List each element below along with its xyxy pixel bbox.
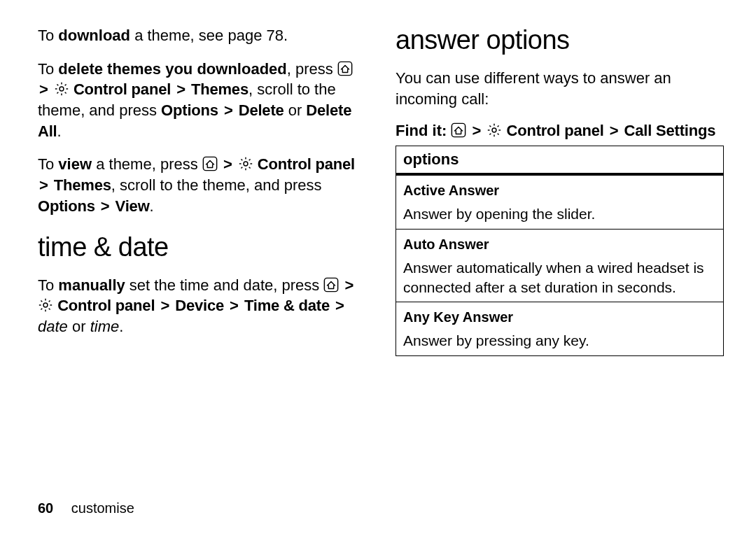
option-desc: Answer automatically when a wired headse… — [396, 255, 724, 302]
svg-point-5 — [43, 303, 48, 307]
text: set the time and date, press — [125, 276, 324, 294]
separator: > — [223, 101, 234, 119]
nav-path: Themes — [54, 176, 111, 194]
nav-path: Options — [38, 197, 95, 215]
options-table: options Active Answer Answer by opening … — [396, 146, 724, 355]
svg-rect-0 — [338, 62, 351, 75]
svg-point-3 — [244, 162, 248, 167]
text: a theme, press — [92, 155, 202, 173]
separator: > — [38, 80, 50, 98]
para-intro: You can use different ways to answer an … — [396, 68, 724, 109]
nav-path: Control panel — [506, 122, 603, 139]
italic-text: time — [90, 318, 120, 335]
text: . — [119, 318, 123, 335]
svg-point-7 — [492, 128, 496, 132]
gear-icon — [38, 297, 53, 313]
bold-text: manually — [58, 276, 125, 294]
nav-path: Delete — [239, 101, 284, 119]
home-icon — [202, 156, 218, 171]
gear-icon — [54, 81, 69, 97]
separator: > — [159, 297, 171, 314]
text: or — [68, 318, 90, 335]
text: . — [150, 197, 154, 215]
nav-path: Themes — [191, 80, 248, 98]
svg-point-1 — [59, 87, 64, 91]
bold-text: download — [58, 27, 130, 44]
separator: > — [175, 80, 187, 98]
nav-path: Device — [175, 297, 224, 314]
findit-label: Find it: — [396, 122, 447, 139]
gear-icon — [238, 156, 253, 171]
option-title: Any Key Answer — [396, 302, 724, 329]
options-header: options — [396, 146, 724, 175]
separator: > — [471, 122, 483, 139]
right-column: answer options You can use different way… — [396, 25, 724, 356]
heading-time-date: time & date — [38, 232, 366, 262]
text: To — [38, 276, 58, 294]
home-icon — [451, 122, 466, 138]
text: , press — [287, 60, 337, 78]
nav-path: View — [115, 197, 150, 215]
find-it-line: Find it: > Control panel > Call Settings — [396, 122, 724, 140]
separator: > — [99, 197, 111, 215]
option-desc: Answer by pressing any key. — [396, 328, 724, 355]
heading-answer-options: answer options — [396, 25, 724, 55]
separator: > — [222, 155, 234, 173]
footer-section: customise — [71, 500, 134, 516]
svg-rect-6 — [452, 124, 465, 137]
bold-text: view — [58, 155, 92, 173]
page-content: To download a theme, see page 78. To del… — [0, 0, 756, 384]
separator: > — [344, 276, 356, 294]
left-column: To download a theme, see page 78. To del… — [38, 25, 366, 356]
nav-path: Call Settings — [624, 122, 716, 139]
separator: > — [608, 122, 620, 139]
nav-path: Control panel — [74, 80, 171, 98]
home-icon — [323, 277, 339, 292]
text: . — [57, 122, 62, 140]
nav-path: Control panel — [258, 155, 355, 173]
text: To — [38, 60, 58, 78]
option-title: Active Answer — [396, 174, 724, 202]
separator: > — [38, 176, 50, 194]
text: , scroll to the theme, and press — [111, 176, 322, 194]
para-delete: To delete themes you downloaded, press >… — [38, 59, 366, 142]
page-footer: 60 customise — [38, 500, 134, 516]
nav-path: Control panel — [57, 297, 155, 314]
bold-text: delete themes you downloaded — [58, 60, 286, 78]
option-title: Auto Answer — [396, 229, 724, 255]
page-number: 60 — [38, 500, 53, 516]
separator: > — [334, 297, 346, 314]
para-download: To download a theme, see page 78. — [38, 25, 366, 46]
text: or — [284, 101, 307, 119]
italic-text: date — [38, 318, 68, 335]
gear-icon — [486, 122, 502, 138]
text: To — [38, 155, 58, 173]
para-view: To view a theme, press > Control panel >… — [38, 154, 366, 216]
svg-rect-2 — [203, 157, 216, 171]
text: To — [38, 27, 58, 44]
para-time-date: To manually set the time and date, press… — [38, 275, 366, 337]
svg-rect-4 — [325, 278, 338, 291]
separator: > — [228, 297, 240, 314]
option-desc: Answer by opening the slider. — [396, 202, 724, 229]
home-icon — [337, 61, 353, 76]
nav-path: Time & date — [244, 297, 330, 314]
nav-path: Options — [161, 101, 218, 119]
text: a theme, see page 78. — [130, 27, 288, 44]
